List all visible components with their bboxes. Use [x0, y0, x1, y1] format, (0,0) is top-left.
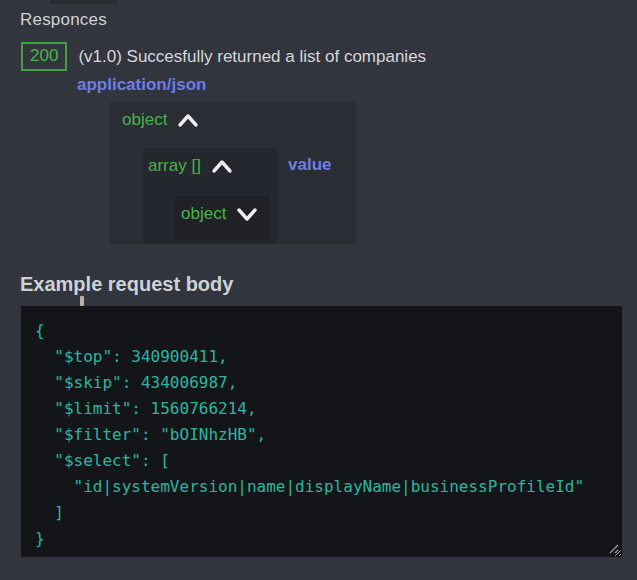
request-body-editor-wrap: { "$top": 340900411, "$skip": 434006987,… — [21, 306, 622, 557]
schema-array-node: array [] — [143, 148, 277, 176]
chevron-down-icon[interactable] — [235, 207, 259, 222]
response-status-row: 200 (v1.0) Succesfully returned a list o… — [21, 42, 426, 71]
cutoff-element-top — [50, 0, 117, 4]
request-body-textarea[interactable]: { "$top": 340900411, "$skip": 434006987,… — [21, 306, 622, 557]
schema-tree-root-box: object value array [] object — [110, 102, 356, 244]
schema-value-label: value — [288, 155, 331, 175]
api-docs-panel: Responces 200 (v1.0) Succesfully returne… — [0, 0, 637, 580]
schema-root-type-label: object — [122, 110, 167, 130]
responses-heading: Responces — [20, 10, 107, 30]
content-type-link[interactable]: application/json — [77, 75, 206, 95]
schema-item-node: object — [175, 196, 270, 224]
schema-item-box: object — [175, 196, 270, 240]
schema-root-node: object — [110, 102, 356, 130]
chevron-up-icon[interactable] — [210, 159, 234, 174]
response-description: (v1.0) Succesfully returned a list of co… — [78, 47, 426, 67]
schema-array-box: array [] object — [143, 148, 277, 244]
text-cursor — [80, 296, 84, 306]
status-code-badge: 200 — [21, 42, 67, 71]
chevron-up-icon[interactable] — [176, 113, 200, 128]
schema-array-type-label: array [] — [148, 156, 201, 176]
example-request-heading: Example request body — [20, 273, 233, 296]
schema-item-type-label: object — [181, 204, 226, 224]
